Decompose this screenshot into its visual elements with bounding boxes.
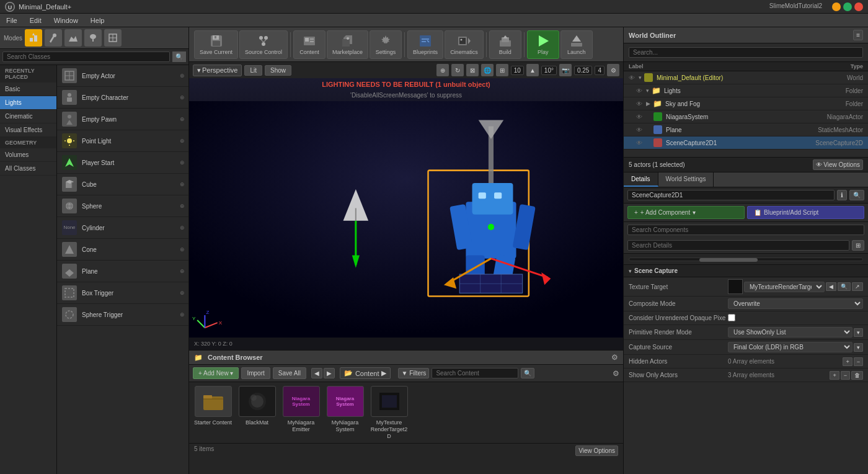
- blueprint-add-script-button[interactable]: 📋 Blueprint/Add Script: [747, 206, 864, 219]
- content-search-input[interactable]: [432, 368, 518, 378]
- category-cinematic[interactable]: Cinematic: [0, 110, 56, 123]
- cb-item-niagara-system[interactable]: Niagara System MyNiagara System: [325, 386, 365, 433]
- add-new-button[interactable]: + Add New ▾: [193, 367, 239, 379]
- eye-icon-capture[interactable]: 👁: [636, 140, 642, 146]
- import-button[interactable]: Import: [241, 367, 270, 379]
- capture-source-select[interactable]: Final Color (LDR) in RGB: [728, 342, 852, 352]
- lit-button[interactable]: Lit: [244, 65, 262, 76]
- forward-button[interactable]: ▶: [324, 368, 335, 378]
- item-box-trigger[interactable]: Box Trigger ⊕: [57, 282, 188, 304]
- actor-name-input[interactable]: [627, 190, 835, 200]
- settings-button[interactable]: Settings: [370, 30, 402, 59]
- category-all-classes[interactable]: All Classes: [0, 162, 56, 176]
- show-only-clear[interactable]: 🗑: [851, 371, 863, 380]
- category-basic[interactable]: Basic: [0, 83, 56, 96]
- scene-capture-section-header[interactable]: ▾ Scene Capture: [624, 265, 868, 277]
- outliner-row-plane[interactable]: 👁 Plane StaticMeshActor: [624, 123, 868, 136]
- menu-file[interactable]: File: [0, 16, 24, 25]
- item-cylinder[interactable]: None Cylinder ⊕: [57, 217, 188, 239]
- primitive-render-btn[interactable]: ▾: [854, 328, 863, 337]
- blueprints-button[interactable]: Blueprints: [407, 30, 443, 59]
- search-details-input[interactable]: [627, 240, 849, 251]
- translate-icon[interactable]: ⊕: [436, 64, 449, 76]
- search-button[interactable]: 🔍: [172, 51, 186, 62]
- eye-icon-lights[interactable]: 👁: [636, 87, 642, 94]
- back-button[interactable]: ◀: [311, 368, 322, 378]
- settings-gear-icon[interactable]: ⚙: [607, 64, 619, 76]
- maximize-button[interactable]: [843, 2, 852, 11]
- content-browser-gear-icon[interactable]: ⚙: [613, 369, 619, 378]
- close-button[interactable]: [854, 2, 863, 11]
- outliner-search-input[interactable]: [629, 47, 863, 58]
- build-button[interactable]: Build: [489, 30, 521, 59]
- mode-landscape[interactable]: [64, 29, 82, 47]
- filters-button[interactable]: ▼ Filters: [398, 368, 429, 378]
- primitive-render-select[interactable]: Use ShowOnly List: [728, 327, 852, 338]
- scale-icon[interactable]: ⊠: [466, 64, 479, 76]
- minimize-button[interactable]: [832, 2, 841, 11]
- texture-arrow-button[interactable]: ↗: [852, 282, 863, 291]
- show-only-remove[interactable]: −: [841, 371, 850, 380]
- content-search-button[interactable]: 🔍: [521, 368, 534, 378]
- mode-place[interactable]: [25, 29, 42, 47]
- search-details-layout-button[interactable]: ⊞: [852, 240, 864, 251]
- outliner-row-niagara[interactable]: 👁 NiagaraSystem NiagaraActor: [624, 110, 868, 123]
- outliner-row-scenecapture[interactable]: 👁 SceneCapture2D1 SceneCapture2D: [624, 136, 868, 150]
- save-all-button[interactable]: Save All: [273, 367, 306, 379]
- play-button[interactable]: Play: [527, 30, 559, 59]
- eye-icon-world[interactable]: 👁: [629, 74, 635, 81]
- item-empty-character[interactable]: Empty Character ⊕: [57, 87, 188, 109]
- cb-item-blackmat[interactable]: BlackMat: [237, 386, 277, 426]
- search-input[interactable]: [2, 51, 170, 62]
- marketplace-button[interactable]: Marketplace: [327, 30, 368, 59]
- eye-icon-plane[interactable]: 👁: [636, 127, 642, 133]
- outliner-row-world[interactable]: 👁 ▾ Minimal_Default (Editor) World: [624, 71, 868, 84]
- item-player-start[interactable]: Player Start ⊕: [57, 152, 188, 174]
- viewport[interactable]: ▾ Perspective Lit Show ⊕ ↻ ⊠ 🌐 ⊞ 10 ▲: [189, 62, 623, 350]
- item-empty-pawn[interactable]: Empty Pawn ⊕: [57, 109, 188, 130]
- launch-button[interactable]: Launch: [560, 30, 593, 59]
- cb-item-texture-rendertarget[interactable]: MyTexture RenderTarget2D: [369, 386, 409, 439]
- cb-item-starter-content[interactable]: Starter Content: [193, 386, 233, 426]
- item-cone[interactable]: Cone ⊕: [57, 239, 188, 261]
- mode-paint[interactable]: [45, 29, 62, 47]
- menu-window[interactable]: Window: [48, 16, 84, 25]
- item-sphere[interactable]: Sphere ⊕: [57, 195, 188, 217]
- mode-foliage[interactable]: [84, 29, 102, 47]
- camera-speed-icon[interactable]: 📷: [559, 64, 572, 76]
- world-icon[interactable]: 🌐: [481, 64, 494, 76]
- texture-target-select[interactable]: MyTextureRenderTarget2D: [744, 282, 825, 292]
- search-components-input[interactable]: [627, 225, 864, 235]
- item-sphere-trigger[interactable]: Sphere Trigger ⊕: [57, 304, 188, 326]
- tab-world-settings[interactable]: World Settings: [658, 172, 714, 187]
- gear-icon[interactable]: ⚙: [611, 353, 618, 362]
- texture-back-button[interactable]: ◀: [826, 282, 836, 291]
- actor-search-button[interactable]: 🔍: [849, 190, 864, 200]
- surface-snap-icon[interactable]: ▲: [526, 64, 539, 76]
- content-path[interactable]: 📂 Content ▶: [340, 367, 391, 379]
- cinematics-button[interactable]: Cinematics: [445, 30, 484, 59]
- expand-world-icon[interactable]: ▾: [639, 74, 642, 81]
- category-visual-effects[interactable]: Visual Effects: [0, 123, 56, 137]
- menu-edit[interactable]: Edit: [24, 16, 48, 25]
- tab-details[interactable]: Details: [624, 172, 658, 187]
- viewport-perspective-dropdown[interactable]: ▾ Perspective: [193, 65, 242, 76]
- outliner-row-sky-fog[interactable]: 👁 ▶ 📁 Sky and Fog Folder: [624, 97, 868, 110]
- item-plane[interactable]: Plane ⊕: [57, 261, 188, 282]
- snap-icon[interactable]: ⊞: [496, 64, 508, 76]
- hidden-actors-add[interactable]: +: [843, 357, 852, 366]
- eye-icon-niagara[interactable]: 👁: [636, 114, 642, 120]
- expand-lights-icon[interactable]: ▾: [646, 87, 649, 94]
- composite-mode-select[interactable]: Overwrite: [728, 298, 863, 309]
- outliner-row-lights[interactable]: 👁 ▾ 📁 Lights Folder: [624, 84, 868, 97]
- view-options-outliner-button[interactable]: 👁 View Options: [813, 159, 863, 170]
- view-options-button[interactable]: View Options: [575, 445, 618, 456]
- scroll-track[interactable]: [629, 257, 863, 261]
- menu-help[interactable]: Help: [84, 16, 111, 25]
- item-empty-actor[interactable]: Empty Actor ⊕: [57, 65, 188, 87]
- cb-item-niagara-emitter[interactable]: Niagara System MyNiagara Emitter: [281, 386, 321, 433]
- item-point-light[interactable]: Point Light ⊕: [57, 130, 188, 152]
- category-volumes[interactable]: Volumes: [0, 148, 56, 162]
- eye-icon-sky[interactable]: 👁: [636, 101, 642, 107]
- mode-mesh[interactable]: [104, 29, 122, 47]
